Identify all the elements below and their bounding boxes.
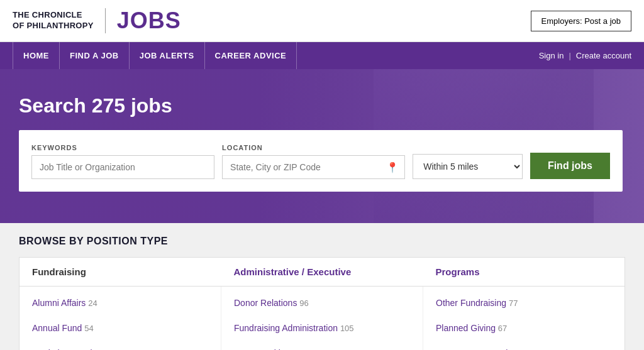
- admin-item-1: Donor Relations 96: [221, 287, 423, 316]
- radius-select[interactable]: Within 5 miles Within 10 miles Within 25…: [413, 154, 523, 179]
- keywords-field-group: KEYWORDS: [31, 144, 214, 179]
- nav-home[interactable]: HOME: [13, 42, 60, 69]
- other-fundraising-link[interactable]: Other Fundraising 77: [436, 295, 612, 310]
- planned-giving-link[interactable]: Planned Giving 67: [436, 320, 612, 336]
- nav-auth-separator: |: [569, 51, 570, 60]
- position-row-2: Annual Fund 54 Fundraising Administratio…: [19, 315, 625, 341]
- post-job-button[interactable]: Employers: Post a job: [531, 11, 631, 31]
- programs-item-1: Other Fundraising 77: [423, 287, 625, 316]
- find-jobs-button[interactable]: Find jobs: [530, 153, 610, 179]
- nav-auth: Sign in | Create account: [539, 51, 631, 60]
- location-field-group: LOCATION 📍: [222, 144, 405, 179]
- nav-links: HOME FIND A JOB JOB ALERTS CAREER ADVICE: [13, 42, 297, 69]
- nav-career-advice[interactable]: CAREER ADVICE: [205, 42, 297, 69]
- position-table: Fundraising Administrative / Executive P…: [19, 257, 625, 350]
- col-header-fundraising: Fundraising: [19, 258, 221, 287]
- create-account-link[interactable]: Create account: [576, 51, 631, 60]
- keywords-input[interactable]: [31, 155, 214, 179]
- radius-field-group: Within 5 miles Within 10 miles Within 25…: [413, 143, 523, 179]
- nav-job-alerts[interactable]: JOB ALERTS: [130, 42, 205, 69]
- prospect-research-link[interactable]: Prospect Research 58: [436, 346, 612, 350]
- search-box: KEYWORDS LOCATION 📍 Within 5 miles Withi…: [19, 130, 623, 192]
- logo-text: THE CHRONICLE OF PHILANTHROPY: [13, 10, 94, 31]
- col-header-admin[interactable]: Administrative / Executive: [221, 258, 423, 287]
- position-row-3: Capital Campaigns 47 Grant Seeking 43 Pr…: [19, 341, 625, 350]
- jobs-title: JOBS: [117, 8, 181, 34]
- admin-item-2: Fundraising Administration 105: [221, 315, 423, 341]
- browse-title: BROWSE BY POSITION TYPE: [19, 236, 625, 247]
- programs-item-2: Planned Giving 67: [423, 315, 625, 341]
- grant-seeking-link[interactable]: Grant Seeking 43: [234, 346, 410, 350]
- donor-relations-link[interactable]: Donor Relations 96: [234, 295, 410, 310]
- admin-item-3: Grant Seeking 43: [221, 341, 423, 350]
- location-label: LOCATION: [222, 144, 405, 151]
- browse-section: BROWSE BY POSITION TYPE Fundraising Admi…: [0, 223, 644, 350]
- keywords-label: KEYWORDS: [31, 144, 214, 151]
- nav-bar: HOME FIND A JOB JOB ALERTS CAREER ADVICE…: [0, 42, 644, 69]
- col-header-programs[interactable]: Programs: [423, 258, 625, 287]
- annual-fund-link[interactable]: Annual Fund 54: [32, 320, 208, 336]
- fundraising-administration-link[interactable]: Fundraising Administration 105: [234, 320, 410, 336]
- sign-in-link[interactable]: Sign in: [539, 51, 564, 60]
- logo-area: THE CHRONICLE OF PHILANTHROPY JOBS: [13, 8, 181, 34]
- fundraising-item-1: Alumni Affairs 24: [19, 287, 221, 316]
- top-header: THE CHRONICLE OF PHILANTHROPY JOBS Emplo…: [0, 0, 644, 42]
- fundraising-item-2: Annual Fund 54: [19, 315, 221, 341]
- location-pin-icon: 📍: [386, 161, 399, 173]
- hero-title: Search 275 jobs: [19, 94, 625, 118]
- position-row-1: Alumni Affairs 24 Donor Relations 96 Oth…: [19, 287, 625, 316]
- programs-item-3: Prospect Research 58: [423, 341, 625, 350]
- location-input[interactable]: [222, 155, 405, 179]
- hero-content: Search 275 jobs KEYWORDS LOCATION 📍: [19, 94, 625, 192]
- logo-divider: [105, 8, 106, 33]
- fundraising-item-3: Capital Campaigns 47: [19, 341, 221, 350]
- capital-campaigns-link[interactable]: Capital Campaigns 47: [32, 346, 208, 350]
- search-fields: KEYWORDS LOCATION 📍 Within 5 miles Withi…: [31, 143, 610, 179]
- hero-section: Search 275 jobs KEYWORDS LOCATION 📍: [0, 69, 644, 223]
- nav-find-a-job[interactable]: FIND A JOB: [60, 42, 130, 69]
- alumni-affairs-link[interactable]: Alumni Affairs 24: [32, 295, 208, 310]
- radius-label: [413, 143, 523, 150]
- location-wrapper: 📍: [222, 155, 405, 179]
